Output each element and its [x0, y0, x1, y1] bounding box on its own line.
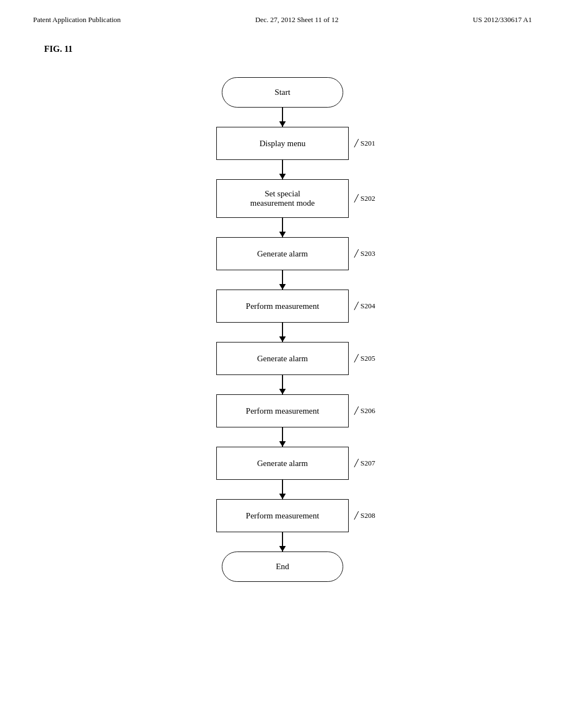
s208-ref: ╱ S208	[354, 511, 375, 520]
end-node: End	[222, 552, 343, 582]
s207-label: Generate alarm	[257, 459, 308, 468]
s202-ref: ╱ S202	[354, 194, 375, 203]
s204-process: Perform measurement	[216, 290, 349, 323]
arrow-4	[282, 270, 283, 290]
s202-label: Set special measurement mode	[250, 189, 315, 208]
s206-process: Perform measurement	[216, 394, 349, 427]
s208-label: Perform measurement	[246, 511, 319, 521]
start-label: Start	[275, 88, 290, 97]
end-label: End	[276, 562, 289, 571]
header-center: Dec. 27, 2012 Sheet 11 of 12	[255, 15, 338, 24]
arrow-3	[282, 218, 283, 237]
s201-label: Display menu	[259, 139, 306, 148]
arrow-2	[282, 160, 283, 179]
header-right: US 2012/330617 A1	[473, 15, 532, 24]
s203-node: Generate alarm ╱ S203	[216, 237, 349, 270]
page-header: Patent Application Publication Dec. 27, …	[33, 15, 532, 24]
s203-ref: ╱ S203	[354, 249, 375, 258]
header-left: Patent Application Publication	[33, 15, 121, 24]
s202-node: Set special measurement mode ╱ S202	[216, 179, 349, 218]
s208-process: Perform measurement	[216, 499, 349, 532]
end-terminal: End	[222, 552, 343, 582]
arrow-7	[282, 427, 283, 447]
s201-process: Display menu	[216, 127, 349, 160]
arrow-1	[282, 108, 283, 127]
s205-process: Generate alarm	[216, 342, 349, 375]
arrow-8	[282, 480, 283, 499]
flowchart: Start Display menu ╱ S201 Set special me…	[0, 72, 565, 582]
s205-ref: ╱ S205	[354, 354, 375, 363]
s201-ref: ╱ S201	[354, 139, 375, 148]
arrow-5	[282, 323, 283, 342]
s208-node: Perform measurement ╱ S208	[216, 499, 349, 532]
s205-label: Generate alarm	[257, 354, 308, 363]
start-node: Start	[222, 77, 343, 108]
s207-ref: ╱ S207	[354, 459, 375, 468]
arrow-9	[282, 532, 283, 552]
s201-node: Display menu ╱ S201	[216, 127, 349, 160]
s206-node: Perform measurement ╱ S206	[216, 394, 349, 427]
s205-node: Generate alarm ╱ S205	[216, 342, 349, 375]
s207-node: Generate alarm ╱ S207	[216, 447, 349, 480]
s204-label: Perform measurement	[246, 302, 319, 311]
s204-ref: ╱ S204	[354, 302, 375, 311]
figure-label: FIG. 11	[44, 44, 73, 54]
s203-label: Generate alarm	[257, 249, 308, 259]
s203-process: Generate alarm	[216, 237, 349, 270]
s206-label: Perform measurement	[246, 406, 319, 416]
s207-process: Generate alarm	[216, 447, 349, 480]
s204-node: Perform measurement ╱ S204	[216, 290, 349, 323]
s202-process: Set special measurement mode	[216, 179, 349, 218]
start-terminal: Start	[222, 77, 343, 108]
arrow-6	[282, 375, 283, 394]
s206-ref: ╱ S206	[354, 406, 375, 415]
